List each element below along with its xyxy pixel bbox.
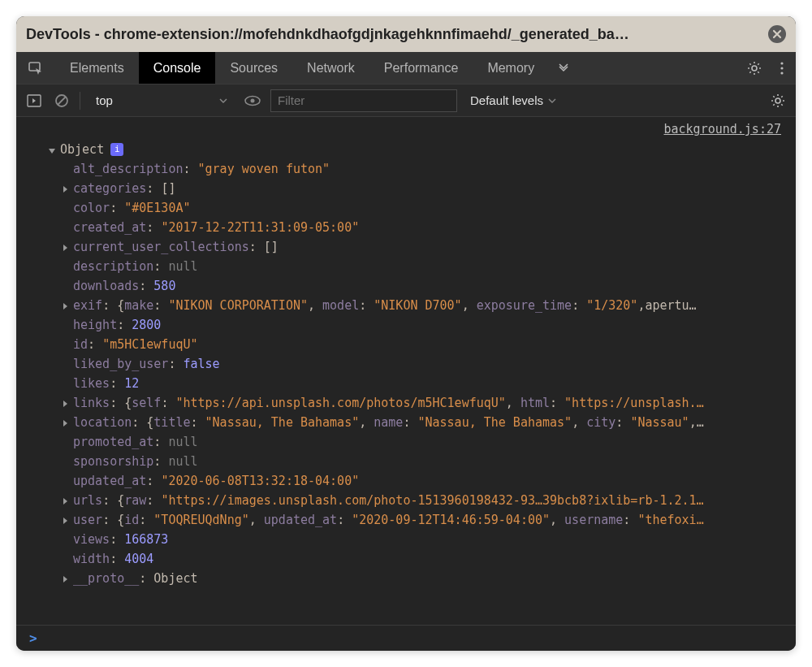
source-link[interactable]: background.js:27 <box>664 122 782 136</box>
expand-triangle-icon[interactable] <box>63 498 67 505</box>
tab-console[interactable]: Console <box>139 52 216 84</box>
object-property[interactable]: categories: [] <box>63 179 783 198</box>
panel-tabs-bar: Elements Console Sources Network Perform… <box>16 52 796 84</box>
tab-sources[interactable]: Sources <box>215 52 292 84</box>
tab-elements[interactable]: Elements <box>55 52 139 84</box>
tab-network[interactable]: Network <box>292 52 369 84</box>
object-property[interactable]: user: {id: "TOQREUQdNng", updated_at: "2… <box>63 510 783 530</box>
object-property: likes: 12 <box>63 374 783 393</box>
object-property[interactable]: location: {title: "Nassau, The Bahamas",… <box>63 413 783 432</box>
object-property[interactable]: links: {self: "https://api.unsplash.com/… <box>63 393 783 413</box>
object-property: downloads: 580 <box>63 276 783 296</box>
context-label: top <box>96 93 213 107</box>
object-property: height: 2800 <box>63 315 783 335</box>
svg-point-8 <box>251 98 255 102</box>
object-property: views: 166873 <box>63 530 783 549</box>
expand-triangle-icon[interactable] <box>63 401 67 407</box>
object-property: width: 4004 <box>63 549 783 569</box>
window-titlebar: DevTools - chrome-extension://mofehdnkdh… <box>16 16 796 52</box>
source-link-row: background.js:27 <box>16 117 796 136</box>
live-expression-icon[interactable] <box>243 91 262 110</box>
svg-rect-0 <box>29 63 40 71</box>
expand-triangle-icon[interactable] <box>63 518 67 524</box>
object-property[interactable]: urls: {raw: "https://images.unsplash.com… <box>63 491 783 510</box>
element-picker-icon[interactable] <box>16 52 55 84</box>
svg-point-1 <box>752 66 757 71</box>
expand-triangle-icon[interactable] <box>63 245 67 251</box>
kebab-menu-icon[interactable] <box>768 52 796 84</box>
object-property[interactable]: __proto__: Object <box>63 569 783 588</box>
object-property: liked_by_user: false <box>63 354 783 374</box>
console-toolbar: top Default levels <box>16 84 796 117</box>
more-tabs-button[interactable] <box>549 52 578 84</box>
tab-performance[interactable]: Performance <box>369 52 473 84</box>
object-property: sponsorship: null <box>63 452 783 471</box>
devtools-window: DevTools - chrome-extension://mofehdnkdh… <box>16 16 796 651</box>
close-button[interactable] <box>768 25 786 43</box>
toggle-sidebar-icon[interactable] <box>24 91 44 110</box>
svg-point-2 <box>780 62 783 64</box>
expand-triangle-icon[interactable] <box>63 420 67 427</box>
execution-context-select[interactable]: top <box>89 89 235 112</box>
object-property: alt_description: "gray woven futon" <box>63 159 783 179</box>
object-property: color: "#0E130A" <box>63 198 783 218</box>
info-badge[interactable]: i <box>110 143 123 156</box>
svg-point-4 <box>780 71 783 74</box>
svg-point-9 <box>775 98 780 103</box>
chevron-down-icon <box>548 98 556 103</box>
object-property: updated_at: "2020-06-08T13:32:18-04:00" <box>63 471 783 491</box>
expand-triangle-icon[interactable] <box>63 576 67 583</box>
object-property[interactable]: current_user_collections: [] <box>63 237 783 257</box>
expand-triangle-icon[interactable] <box>49 149 55 154</box>
object-property[interactable]: exif: {make: "NIKON CORPORATION", model:… <box>63 296 783 315</box>
object-property: id: "m5HC1ewfuqU" <box>63 335 783 354</box>
chevron-down-icon <box>219 98 227 103</box>
object-property: created_at: "2017-12-22T11:31:09-05:00" <box>63 218 783 237</box>
settings-gear-icon[interactable] <box>741 52 768 84</box>
filter-input[interactable] <box>270 89 457 112</box>
object-property: description: null <box>63 257 783 276</box>
console-settings-gear-icon[interactable] <box>768 91 788 110</box>
svg-point-3 <box>780 67 783 69</box>
object-property: promoted_at: null <box>63 432 783 452</box>
clear-console-icon[interactable] <box>52 91 71 110</box>
object-root[interactable]: Object i <box>49 140 783 159</box>
console-output: Object i alt_description: "gray woven fu… <box>16 136 796 625</box>
prompt-chevron-icon: > <box>29 630 37 646</box>
log-levels-select[interactable]: Default levels <box>465 93 561 107</box>
console-prompt[interactable]: > <box>16 625 796 651</box>
expand-triangle-icon[interactable] <box>63 303 67 310</box>
window-title: DevTools - chrome-extension://mofehdnkdh… <box>26 26 762 43</box>
tab-memory[interactable]: Memory <box>473 52 549 84</box>
expand-triangle-icon[interactable] <box>63 186 67 193</box>
